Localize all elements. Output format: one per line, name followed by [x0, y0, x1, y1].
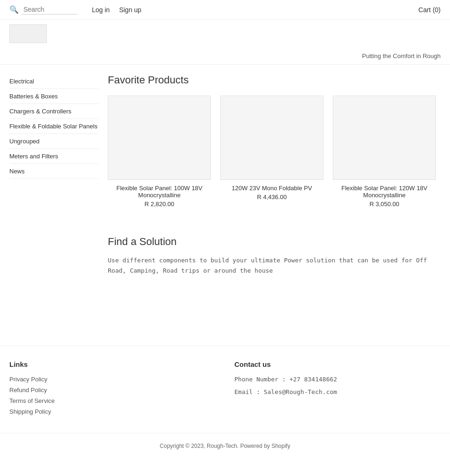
- tagline-bar: Putting the Comfort in Rough: [0, 48, 450, 65]
- copyright-text: Copyright © 2023, Rough-Tech. Powered by…: [160, 443, 290, 449]
- footer-privacy-link[interactable]: Privacy Policy: [9, 376, 216, 383]
- sidebar: Electrical Batteries & Boxes Chargers & …: [9, 74, 98, 336]
- footer-shipping-link[interactable]: Shipping Policy: [9, 408, 216, 415]
- logo-area: [0, 20, 450, 48]
- search-input[interactable]: [22, 5, 78, 15]
- product-card-3[interactable]: Flexible Solar Panel: 120W 18V Monocryst…: [333, 96, 436, 208]
- main-content: Favorite Products Flexible Solar Panel: …: [108, 74, 441, 336]
- main-layout: Electrical Batteries & Boxes Chargers & …: [0, 65, 450, 346]
- footer-links-section: Links Privacy Policy Refund Policy Terms…: [9, 360, 216, 419]
- logo: [9, 24, 47, 43]
- footer-phone: Phone Number : +27 834148662: [234, 376, 441, 383]
- sidebar-item-ungrouped[interactable]: Ungrouped: [9, 134, 98, 149]
- favorite-products-title: Favorite Products: [108, 74, 441, 86]
- footer-contact-section: Contact us Phone Number : +27 834148662 …: [234, 360, 441, 419]
- tagline-text: Putting the Comfort in Rough: [362, 52, 441, 60]
- product-name-2: 120W 23V Mono Foldable PV: [220, 185, 323, 192]
- login-link[interactable]: Log in: [92, 6, 110, 14]
- header: 🔍 Log in Sign up Cart (0): [0, 0, 450, 20]
- footer-terms-link[interactable]: Terms of Service: [9, 397, 216, 404]
- search-area: 🔍: [9, 5, 78, 15]
- product-image-2: [220, 96, 323, 180]
- footer-contact-title: Contact us: [234, 360, 441, 368]
- search-icon[interactable]: 🔍: [9, 5, 19, 14]
- sidebar-item-chargers[interactable]: Chargers & Controllers: [9, 104, 98, 119]
- footer-links-title: Links: [9, 360, 216, 368]
- product-name-1: Flexible Solar Panel: 100W 18V Monocryst…: [108, 185, 211, 199]
- footer-refund-link[interactable]: Refund Policy: [9, 387, 216, 394]
- find-solution-section: Find a Solution Use different components…: [108, 226, 441, 276]
- product-name-3: Flexible Solar Panel: 120W 18V Monocryst…: [333, 185, 436, 199]
- footer-email: Email : Sales@Rough-Tech.com: [234, 388, 441, 395]
- find-solution-text: Use different components to build your u…: [108, 255, 441, 276]
- product-image-3: [333, 96, 436, 180]
- cart-area: Cart (0): [419, 6, 441, 14]
- product-card-2[interactable]: 120W 23V Mono Foldable PV R 4,436.00: [220, 96, 323, 208]
- product-price-2: R 4,436.00: [220, 193, 323, 201]
- sidebar-item-electrical[interactable]: Electrical: [9, 74, 98, 89]
- product-grid: Flexible Solar Panel: 100W 18V Monocryst…: [108, 96, 441, 208]
- product-card-1[interactable]: Flexible Solar Panel: 100W 18V Monocryst…: [108, 96, 211, 208]
- product-price-1: R 2,820.00: [108, 201, 211, 208]
- sidebar-item-batteries[interactable]: Batteries & Boxes: [9, 89, 98, 104]
- footer: Links Privacy Policy Refund Policy Terms…: [0, 346, 450, 433]
- signup-link[interactable]: Sign up: [119, 6, 141, 14]
- copyright-bar: Copyright © 2023, Rough-Tech. Powered by…: [0, 433, 450, 459]
- product-price-3: R 3,050.00: [333, 201, 436, 208]
- find-solution-title: Find a Solution: [108, 236, 441, 248]
- sidebar-item-flexible[interactable]: Flexible & Foldable Solar Panels: [9, 119, 98, 134]
- cart-link[interactable]: Cart (0): [419, 6, 441, 14]
- header-nav: Log in Sign up: [92, 6, 142, 14]
- product-image-1: [108, 96, 211, 180]
- sidebar-item-meters[interactable]: Meters and Filters: [9, 149, 98, 164]
- sidebar-item-news[interactable]: News: [9, 164, 98, 179]
